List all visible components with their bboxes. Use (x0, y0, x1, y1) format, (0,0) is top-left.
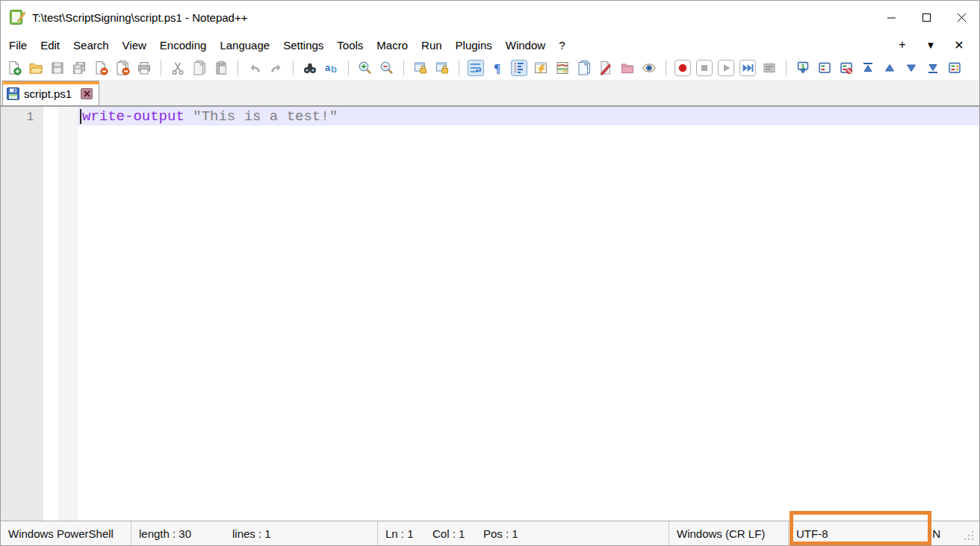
menu-item-macro[interactable]: Macro (370, 36, 415, 55)
save-icon (50, 61, 65, 75)
show-indent-guide-button[interactable] (512, 61, 527, 75)
bookmark-toggle-button[interactable] (817, 61, 832, 75)
menu-item-encoding[interactable]: Encoding (153, 36, 214, 55)
editor-pane[interactable]: 1 write-output "This is a test!" (1, 107, 979, 521)
menu-item-run[interactable]: Run (415, 36, 449, 55)
monitoring-icon (642, 61, 657, 75)
goto-first-line-button[interactable] (860, 61, 875, 75)
bookmark-margin[interactable] (43, 107, 58, 521)
replace-icon: ab (324, 61, 339, 75)
menu-item-search[interactable]: Search (66, 36, 116, 55)
bookmark-clear-button[interactable] (839, 61, 854, 75)
tab-script-ps1[interactable]: script.ps1 (2, 81, 99, 105)
save-button[interactable] (50, 61, 65, 75)
sync-horizontal-scroll-button[interactable] (435, 61, 450, 75)
document-map-button[interactable] (555, 61, 570, 75)
undo-button[interactable] (247, 61, 262, 75)
folder-as-workspace-button[interactable] (620, 61, 635, 75)
maximize-button[interactable] (909, 1, 944, 34)
code-keyword: write-output (82, 108, 184, 125)
menu-item-settings[interactable]: Settings (276, 36, 330, 55)
close-document-button[interactable]: ✕ (948, 38, 970, 52)
document-map-icon (555, 61, 570, 75)
cut-button[interactable] (170, 61, 185, 75)
copy-button[interactable] (192, 61, 207, 75)
toolbar-separator (666, 61, 666, 75)
tab-close-button[interactable] (81, 88, 93, 99)
status-insert-mode[interactable]: IN (929, 521, 979, 545)
status-encoding: UTF-8 (789, 521, 929, 545)
menu-bar-right-controls: +▼✕ (891, 38, 979, 52)
goto-last-line-button[interactable] (925, 61, 940, 75)
status-eol-format: Windows (CR LF) (669, 521, 789, 545)
status-doc-type: Windows PowerShell (1, 521, 131, 545)
open-file-button[interactable] (28, 61, 43, 75)
new-tab-button[interactable]: + (891, 38, 914, 52)
redo-button[interactable] (269, 61, 284, 75)
sync-vertical-scroll-button[interactable] (413, 61, 428, 75)
macro-run-multiple-button[interactable] (740, 61, 755, 75)
replace-button[interactable]: ab (324, 61, 339, 75)
close-button[interactable] (944, 1, 979, 34)
saved-file-icon (7, 87, 19, 100)
word-wrap-button[interactable] (468, 61, 483, 75)
find-button[interactable] (303, 61, 317, 75)
line-number-margin: 1 (1, 107, 43, 521)
print-icon (137, 61, 152, 75)
fold-margin[interactable] (58, 107, 78, 521)
title-bar: T:\test\ScriptSigning\script.ps1 - Notep… (1, 1, 979, 34)
macro-play-button[interactable] (719, 61, 734, 75)
macro-stop-button[interactable] (697, 61, 712, 75)
save-all-button[interactable] (72, 61, 87, 75)
toolbar-separator (459, 61, 459, 75)
macro-record-button[interactable] (675, 61, 690, 75)
resize-grip[interactable] (964, 531, 975, 544)
macro-play-icon (719, 61, 734, 75)
show-all-characters-button[interactable]: ¶ (490, 61, 505, 75)
zoom-out-icon (379, 61, 394, 75)
code-area[interactable]: write-output "This is a test!" (78, 107, 979, 521)
bookmark-previous-button[interactable] (882, 61, 897, 75)
menu-item-view[interactable]: View (116, 36, 153, 55)
bookmark-toggle-icon (817, 61, 832, 75)
minimize-button[interactable] (874, 1, 909, 34)
menu-item-plugins[interactable]: Plugins (449, 36, 499, 55)
print-button[interactable] (137, 61, 152, 75)
function-list-icon (533, 61, 548, 75)
folder-as-workspace-icon (620, 61, 635, 75)
tab-list-button[interactable]: ▼ (919, 40, 942, 51)
zoom-in-button[interactable] (358, 61, 373, 75)
menu-item-help[interactable]: ? (552, 36, 571, 55)
menu-item-language[interactable]: Language (213, 36, 276, 55)
bookmark-options-button[interactable] (947, 61, 962, 75)
tab-bar: script.ps1 (1, 80, 979, 107)
paste-button[interactable] (214, 61, 229, 75)
close-file-button[interactable] (93, 61, 108, 75)
minimize-icon (887, 13, 896, 22)
menu-item-tools[interactable]: Tools (330, 36, 370, 55)
document-list-button[interactable] (577, 61, 592, 75)
close-all-button[interactable] (115, 61, 130, 75)
macro-record-icon (675, 61, 690, 75)
menu-item-edit[interactable]: Edit (34, 36, 66, 55)
redo-icon (269, 61, 284, 75)
show-all-characters-icon: ¶ (490, 61, 505, 75)
notepadpp-logo-icon (8, 8, 26, 26)
monitoring-button[interactable] (642, 61, 657, 75)
goto-line-button[interactable]: 1 (796, 61, 810, 75)
text-caret (80, 109, 81, 124)
toolbar-separator (293, 61, 294, 75)
zoom-out-button[interactable] (379, 61, 394, 75)
bookmark-next-button[interactable] (904, 61, 919, 75)
file-signature-button[interactable] (598, 61, 613, 75)
new-file-button[interactable] (7, 61, 22, 75)
function-list-button[interactable] (533, 61, 548, 75)
macro-save-button[interactable] (762, 61, 777, 75)
paste-icon (214, 61, 229, 75)
menu-item-window[interactable]: Window (499, 36, 552, 55)
undo-icon (247, 61, 262, 75)
code-line-1[interactable]: write-output "This is a test!" (78, 107, 979, 125)
maximize-icon (922, 13, 931, 22)
menu-item-file[interactable]: File (2, 36, 34, 55)
tab-close-icon (84, 90, 90, 97)
